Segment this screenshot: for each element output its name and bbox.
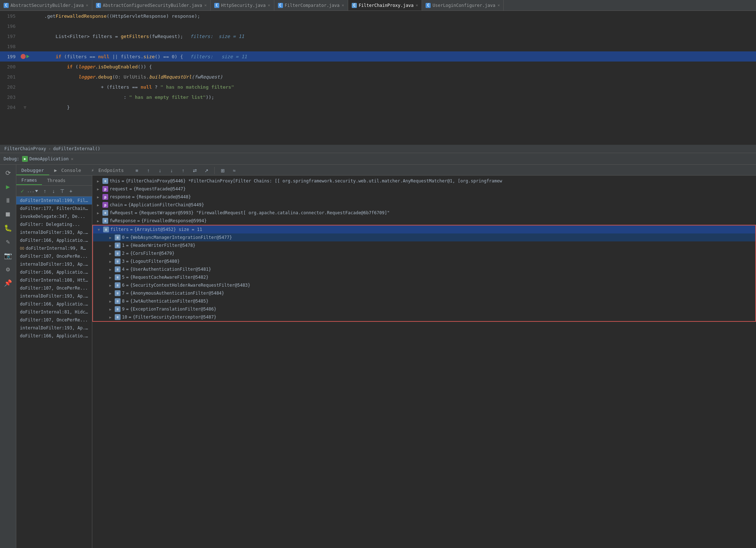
var-item-chain[interactable]: ▶ p chain = {ApplicationFilterChain@5449… <box>92 201 756 209</box>
frame-item[interactable]: doFilter:166, Applicatio... <box>16 236 92 244</box>
frame-item[interactable]: doFilter:166, Applicatio... <box>16 268 92 276</box>
sidebar-resume-icon[interactable]: ▶ <box>1 180 14 193</box>
close-debug-icon[interactable]: ✕ <box>71 156 73 161</box>
frames-down-btn[interactable]: ↓ <box>50 187 58 195</box>
expand-icon[interactable]: ▶ <box>107 266 113 272</box>
frame-item[interactable]: doFilterInternal:199, Filt... <box>16 197 92 205</box>
toolbar-frame-btn[interactable]: ≡ <box>132 166 142 175</box>
var-item-filter-4[interactable]: ▶ ≡ 4 = {UserAuthenticationFilter@5481} <box>93 265 755 273</box>
expand-icon[interactable]: ▶ <box>107 282 113 288</box>
expand-icon[interactable]: ▼ <box>96 227 102 232</box>
toolbar-run-cursor-btn[interactable]: ↑ <box>178 166 188 175</box>
expand-icon[interactable]: ▶ <box>107 290 113 296</box>
tab-abstract-security[interactable]: C AbstractSecurityBuilder.java ✕ <box>0 0 92 11</box>
sidebar-mute-icon[interactable]: 🐛 <box>1 221 14 234</box>
toolbar-step-trace-btn[interactable]: ↗ <box>201 166 211 175</box>
frames-dropdown-icon[interactable] <box>35 190 38 192</box>
tab-filter-comparator[interactable]: C FilterComparator.java ✕ <box>274 0 348 11</box>
expand-icon[interactable]: ▶ <box>107 250 113 256</box>
tab-label: FilterComparator.java <box>285 3 340 8</box>
var-item-response[interactable]: ▶ p response = {ResponseFacade@5448} <box>92 193 756 201</box>
var-item-this[interactable]: ▶ ≡ this = {FilterChainProxy@5446} *Filt… <box>92 177 756 185</box>
frame-item[interactable]: doFilter:107, OncePerRe... <box>16 252 92 260</box>
toolbar-memory-btn[interactable]: ≈ <box>229 166 239 175</box>
sidebar-screenshot-icon[interactable]: 📷 <box>1 249 14 262</box>
frame-item[interactable]: internalDoFilter:193, Ap... <box>16 324 92 332</box>
expand-icon[interactable]: ▶ <box>107 306 113 312</box>
sidebar-pin-icon[interactable]: 📌 <box>1 276 14 289</box>
tab-endpoints[interactable]: ⚡ Endpoints <box>86 166 129 175</box>
var-item-fwrequest[interactable]: ▶ ≡ fwRequest = {RequestWrapper@5993} "F… <box>92 209 756 217</box>
frame-item[interactable]: doFilter:107, OncePerRe... <box>16 316 92 324</box>
frame-item[interactable]: OOdoFilterInternal:99, Requ... <box>16 244 92 252</box>
sidebar-rerun-icon[interactable]: ⟳ <box>1 166 14 179</box>
var-item-filter-0[interactable]: ▶ ≡ 0 = {WebAsyncManagerIntegrationFilte… <box>93 233 755 241</box>
tab-abstract-configured[interactable]: C AbstractConfiguredSecurityBuilder.java… <box>92 0 211 11</box>
sidebar-edit-icon[interactable]: ✎ <box>1 235 14 248</box>
expand-icon[interactable]: ▶ <box>107 298 113 304</box>
frame-item[interactable]: internalDoFilter:193, Ap... <box>16 260 92 268</box>
expand-icon[interactable]: ▶ <box>107 235 113 240</box>
var-item-fwresponse[interactable]: ▶ ≡ fwResponse = {FirewalledResponse@599… <box>92 217 756 225</box>
var-item-filter-5[interactable]: ▶ ≡ 5 = {RequestCacheAwareFilter@5482} <box>93 273 755 281</box>
sidebar-stop-icon[interactable]: ⏹ <box>1 207 14 220</box>
frames-filter-icon-btn[interactable]: ⊤ <box>58 187 66 195</box>
sidebar-pause-icon[interactable]: ⏸ <box>1 194 14 207</box>
frame-item[interactable]: invokeDelegate:347, De... <box>16 212 92 220</box>
frame-item[interactable]: doFilterInternal:108, Htt... <box>16 276 92 284</box>
frame-item[interactable]: doFilterInternal:81, Hidc... <box>16 308 92 316</box>
var-item-filter-10[interactable]: ▶ ≡ 10 = {FilterSecurityInterceptor@5487… <box>93 313 755 321</box>
tab-close[interactable]: ✕ <box>86 3 88 8</box>
var-item-filter-9[interactable]: ▶ ≡ 9 = {ExceptionTranslationFilter@5486… <box>93 305 755 313</box>
var-item-filter-2[interactable]: ▶ ≡ 2 = {CorsFilter@5479} <box>93 249 755 257</box>
frame-item[interactable]: doFilter:177, FilterChain... <box>16 205 92 212</box>
frame-item[interactable]: doFilter:166, Applicatio... <box>16 332 92 340</box>
frames-add-btn[interactable]: + <box>67 187 75 195</box>
toolbar-evaluate-btn[interactable]: ⇄ <box>190 166 200 175</box>
tab-close[interactable]: ✕ <box>416 3 418 8</box>
frame-item[interactable]: internalDoFilter:193, Ap... <box>16 292 92 300</box>
tab-console[interactable]: ▶ Console <box>49 166 86 175</box>
sidebar-settings-icon[interactable]: ⚙ <box>1 262 14 275</box>
var-item-request[interactable]: ▶ p request = {RequestFacade@5447} <box>92 185 756 193</box>
frame-item[interactable]: doFilter: Delegating... <box>16 220 92 228</box>
frames-filter-btn[interactable]: ✓ <box>18 187 26 195</box>
var-item-filters[interactable]: ▼ ≡ filters = {ArrayList@5452} size = 11 <box>93 225 755 233</box>
toolbar-step-over-btn[interactable]: ↑ <box>143 166 153 175</box>
tab-filter-chain-proxy[interactable]: C FilterChainProxy.java ✕ <box>348 0 422 11</box>
expand-icon[interactable]: ▶ <box>95 218 101 224</box>
expand-icon[interactable]: ▶ <box>107 258 113 264</box>
tab-user-login[interactable]: C UserLoginConfigurer.java ✕ <box>422 0 504 11</box>
frame-item[interactable]: doFilter:107, OncePerRe... <box>16 284 92 292</box>
frame-item[interactable]: doFilter:166, Applicatio... <box>16 300 92 308</box>
var-item-filter-3[interactable]: ▶ ≡ 3 = {LogoutFilter@5480} <box>93 257 755 265</box>
frame-item[interactable]: internalDoFilter:193, Ap... <box>16 228 92 236</box>
expand-icon[interactable]: ▶ <box>107 274 113 280</box>
tab-close[interactable]: ✕ <box>204 3 207 8</box>
var-item-filter-7[interactable]: ▶ ≡ 7 = {AnonymousAuthenticationFilter@5… <box>93 289 755 297</box>
panel-sub-tab-threads[interactable]: Threads <box>42 177 71 185</box>
frames-up-btn[interactable]: ↑ <box>41 187 49 195</box>
tab-debugger[interactable]: Debugger <box>16 166 49 175</box>
tab-http-security[interactable]: C HttpSecurity.java ✕ <box>211 0 274 11</box>
expand-icon[interactable]: ▶ <box>95 178 101 184</box>
expand-icon[interactable]: ▶ <box>95 202 101 208</box>
tab-close[interactable]: ✕ <box>268 3 270 8</box>
expand-icon[interactable]: ▶ <box>95 186 101 192</box>
frames-list: doFilterInternal:199, Filt... doFilter:1… <box>16 197 92 548</box>
var-value: {RequestCacheAwareFilter@5482} <box>130 275 208 280</box>
panel-sub-tab-frames[interactable]: Frames <box>16 176 42 185</box>
tab-close[interactable]: ✕ <box>342 3 344 8</box>
toolbar-watch-btn[interactable]: ⊞ <box>217 166 228 175</box>
toolbar-step-out-btn[interactable]: ↓ <box>166 166 177 175</box>
toolbar-step-into-btn[interactable]: ↓ <box>155 166 165 175</box>
var-item-filter-1[interactable]: ▶ ≡ 1 = {HeaderWriterFilter@5478} <box>93 241 755 249</box>
var-item-filter-8[interactable]: ▶ ≡ 8 = {JwtAuthenticationFilter@5485} <box>93 297 755 305</box>
var-item-filter-6[interactable]: ▶ ≡ 6 = {SecurityContextHolderAwareReque… <box>93 281 755 289</box>
expand-icon[interactable]: ▶ <box>95 194 101 200</box>
expand-icon[interactable]: ▶ <box>95 210 101 216</box>
tab-close[interactable]: ✕ <box>498 3 500 8</box>
expand-icon[interactable]: ▶ <box>107 243 113 248</box>
tab-icon: C <box>96 3 101 8</box>
expand-icon[interactable]: ▶ <box>107 314 113 320</box>
